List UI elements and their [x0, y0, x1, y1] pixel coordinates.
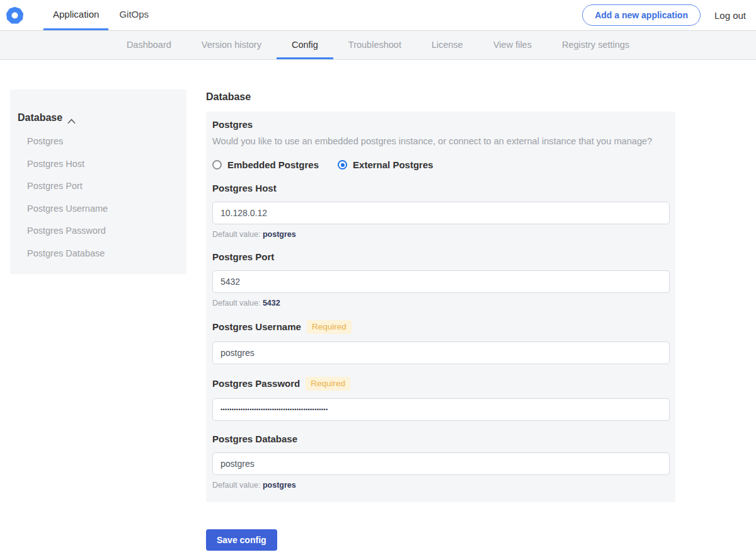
save-config-button[interactable]: Save config — [206, 529, 277, 551]
save-row: Save config — [206, 529, 675, 551]
sidebar-item-list: Postgres Postgres Host Postgres Port Pos… — [18, 137, 178, 258]
sidebar-item-postgres-database[interactable]: Postgres Database — [27, 249, 178, 258]
field-postgres-port: Postgres Port — [212, 251, 669, 263]
radio-circle-icon — [212, 160, 222, 169]
config-sidebar: Database Postgres Postgres Host Postgres… — [10, 89, 186, 274]
postgres-mode-radio-group: Embedded Postgres External Postgres — [212, 159, 669, 170]
radio-circle-icon — [338, 160, 347, 169]
sidebar-group-label: Database — [18, 112, 62, 123]
top-bar: Application GitOps Add a new application… — [0, 0, 756, 30]
group-help-text: Would you like to use an embedded postgr… — [212, 135, 669, 147]
postgres-username-input[interactable] — [212, 342, 670, 364]
postgres-database-input[interactable] — [212, 452, 670, 475]
tab-gitops[interactable]: GitOps — [110, 0, 158, 30]
field-postgres-password: Postgres Password Required — [212, 377, 669, 391]
subnav-troubleshoot[interactable]: Troubleshoot — [333, 32, 416, 59]
required-badge: Required — [307, 320, 352, 334]
subnav-view-files[interactable]: View files — [478, 32, 547, 59]
field-postgres-username: Postgres Username Required — [212, 320, 669, 334]
sidebar-item-postgres-port[interactable]: Postgres Port — [27, 181, 178, 191]
page-title: Database — [206, 91, 675, 103]
subnav-registry-settings[interactable]: Registry settings — [547, 32, 644, 59]
app-logo-icon — [6, 7, 23, 24]
radio-external-postgres[interactable]: External Postgres — [338, 159, 433, 170]
postgres-port-default: Default value: 5432 — [212, 299, 669, 307]
config-main: Database Postgres Would you like to use … — [206, 89, 675, 551]
postgres-port-input[interactable] — [212, 270, 670, 293]
postgres-database-default: Default value: postgres — [212, 481, 669, 490]
sidebar-item-postgres-host[interactable]: Postgres Host — [27, 159, 178, 169]
field-postgres-host: Postgres Host — [212, 183, 669, 194]
subnav-license[interactable]: License — [416, 32, 478, 59]
radio-embedded-postgres[interactable]: Embedded Postgres — [212, 159, 319, 170]
field-postgres-database: Postgres Database — [212, 434, 669, 445]
sidebar-item-postgres[interactable]: Postgres — [27, 137, 178, 146]
app-subnav: Dashboard Version history Config Trouble… — [0, 30, 756, 60]
subnav-version-history[interactable]: Version history — [186, 32, 277, 59]
group-label-postgres: Postgres — [212, 119, 669, 130]
chevron-up-icon — [67, 115, 76, 121]
sidebar-item-postgres-username[interactable]: Postgres Username — [27, 204, 178, 214]
tab-application[interactable]: Application — [43, 0, 108, 30]
subnav-config[interactable]: Config — [277, 32, 333, 59]
sidebar-group-database[interactable]: Database — [18, 112, 178, 123]
topbar-right: Add a new application Log out — [582, 0, 756, 30]
primary-tabs: Application GitOps — [43, 0, 159, 30]
sidebar-item-postgres-password[interactable]: Postgres Password — [27, 226, 178, 236]
postgres-host-input[interactable] — [212, 202, 670, 224]
postgres-password-input[interactable] — [212, 398, 670, 421]
postgres-host-default: Default value: postgres — [212, 230, 669, 239]
subnav-dashboard[interactable]: Dashboard — [112, 32, 186, 59]
logout-button[interactable]: Log out — [714, 10, 746, 21]
required-badge: Required — [306, 377, 350, 391]
add-application-button[interactable]: Add a new application — [582, 4, 701, 26]
config-group-panel: Postgres Would you like to use an embedd… — [206, 112, 675, 502]
config-layout: Database Postgres Postgres Host Postgres… — [0, 60, 756, 551]
